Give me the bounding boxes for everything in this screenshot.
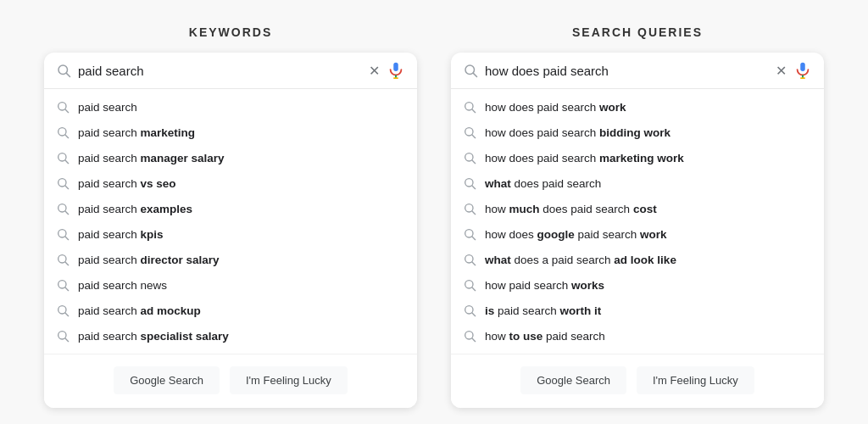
right-suggestion-0[interactable]: how does paid search work	[451, 94, 824, 120]
left-mic-icon[interactable]	[387, 61, 405, 80]
r-suggestion-search-icon-7	[463, 278, 476, 292]
r-suggestion-search-icon-2	[463, 151, 476, 165]
svg-line-20	[65, 287, 69, 291]
svg-line-33	[472, 135, 476, 138]
right-feeling-lucky-button[interactable]: I'm Feeling Lucky	[637, 366, 754, 394]
left-suggestion-text-1: paid search marketing	[78, 126, 195, 139]
svg-line-6	[65, 109, 69, 113]
r-suggestion-search-icon-5	[463, 227, 476, 241]
suggestion-search-icon-7	[56, 278, 70, 292]
right-suggestion-text-2: how does paid search marketing work	[485, 152, 684, 165]
left-google-search-button[interactable]: Google Search	[114, 366, 220, 394]
r-suggestion-search-icon-4	[463, 202, 476, 215]
left-buttons-row: Google Search I'm Feeling Lucky	[44, 354, 417, 408]
left-suggestion-9[interactable]: paid search specialist salary	[44, 323, 417, 349]
right-suggestion-text-1: how does paid search bidding work	[485, 126, 670, 139]
svg-line-37	[472, 186, 476, 189]
svg-line-8	[65, 135, 69, 138]
left-suggestion-1[interactable]: paid search marketing	[44, 120, 417, 145]
left-suggestion-5[interactable]: paid search kpis	[44, 221, 417, 247]
svg-line-43	[472, 262, 476, 265]
right-search-box: how does paid search ✕ how does paid sea…	[451, 53, 824, 408]
left-panel: KEYWORDS paid search ✕ pai	[44, 25, 417, 408]
suggestion-search-icon-5	[56, 227, 70, 241]
svg-line-49	[472, 338, 476, 342]
right-suggestion-8[interactable]: is paid search worth it	[451, 298, 824, 323]
left-suggestion-2[interactable]: paid search manager salary	[44, 145, 417, 170]
r-suggestion-search-icon-6	[463, 253, 476, 266]
svg-line-41	[472, 237, 476, 240]
right-search-input-row: how does paid search ✕	[451, 53, 824, 89]
right-clear-icon[interactable]: ✕	[776, 63, 787, 79]
right-search-icon	[463, 63, 478, 78]
right-suggestion-text-4: how much does paid search cost	[485, 203, 657, 215]
right-suggestion-text-9: how to use paid search	[485, 330, 605, 343]
page-wrapper: KEYWORDS paid search ✕ pai	[34, 25, 834, 408]
suggestion-search-icon-0	[56, 100, 70, 114]
right-suggestion-text-6: what does a paid search ad look like	[485, 254, 676, 266]
svg-line-12	[65, 186, 69, 189]
left-suggestion-text-3: paid search vs seo	[78, 177, 176, 190]
right-suggestion-9[interactable]: how to use paid search	[451, 323, 824, 349]
svg-line-18	[65, 262, 69, 265]
left-suggestion-8[interactable]: paid search ad mockup	[44, 298, 417, 323]
left-suggestions-list: paid search paid search marketing paid s…	[44, 89, 417, 354]
suggestion-search-icon-9	[56, 329, 70, 343]
left-suggestion-0[interactable]: paid search	[44, 94, 417, 120]
left-search-value[interactable]: paid search	[78, 64, 362, 78]
svg-line-26	[473, 73, 476, 76]
left-suggestion-text-5: paid search kpis	[78, 228, 164, 241]
svg-rect-2	[393, 63, 398, 71]
left-search-input-row: paid search ✕	[44, 53, 417, 89]
left-suggestion-text-0: paid search	[78, 101, 137, 114]
right-search-value[interactable]: how does paid search	[485, 64, 769, 78]
right-buttons-row: Google Search I'm Feeling Lucky	[451, 354, 824, 408]
left-suggestion-7[interactable]: paid search news	[44, 272, 417, 298]
right-suggestion-text-3: what does paid search	[485, 177, 601, 190]
r-suggestion-search-icon-8	[463, 304, 476, 317]
left-feeling-lucky-button[interactable]: I'm Feeling Lucky	[230, 366, 348, 394]
right-suggestion-text-0: how does paid search work	[485, 101, 626, 114]
left-suggestion-3[interactable]: paid search vs seo	[44, 170, 417, 196]
left-suggestion-4[interactable]: paid search examples	[44, 196, 417, 221]
left-suggestion-6[interactable]: paid search director salary	[44, 247, 417, 272]
left-suggestion-text-8: paid search ad mockup	[78, 304, 201, 317]
right-suggestion-2[interactable]: how does paid search marketing work	[451, 145, 824, 170]
svg-line-10	[65, 160, 69, 164]
right-suggestion-5[interactable]: how does google paid search work	[451, 221, 824, 247]
suggestion-search-icon-1	[56, 126, 70, 139]
right-suggestion-text-8: is paid search worth it	[485, 304, 601, 317]
svg-line-45	[472, 287, 476, 291]
svg-rect-27	[800, 63, 805, 71]
svg-line-47	[472, 313, 476, 316]
right-suggestion-text-7: how paid search works	[485, 279, 604, 292]
right-suggestion-6[interactable]: what does a paid search ad look like	[451, 247, 824, 272]
right-mic-icon[interactable]	[793, 61, 812, 80]
right-suggestion-text-5: how does google paid search work	[485, 228, 667, 241]
right-panel: SEARCH QUERIES how does paid search ✕	[451, 25, 824, 408]
left-suggestion-text-9: paid search specialist salary	[78, 330, 229, 343]
right-google-search-button[interactable]: Google Search	[520, 366, 626, 394]
svg-line-35	[472, 160, 476, 164]
left-panel-title: KEYWORDS	[189, 25, 272, 39]
left-suggestion-text-6: paid search director salary	[78, 254, 220, 266]
right-suggestions-list: how does paid search work how does paid …	[451, 89, 824, 354]
r-suggestion-search-icon-1	[463, 126, 476, 139]
right-suggestion-7[interactable]: how paid search works	[451, 272, 824, 298]
suggestion-search-icon-3	[56, 176, 70, 190]
right-suggestion-3[interactable]: what does paid search	[451, 170, 824, 196]
left-suggestion-text-4: paid search examples	[78, 203, 192, 215]
suggestion-search-icon-4	[56, 202, 70, 215]
suggestion-search-icon-8	[56, 304, 70, 317]
svg-line-16	[65, 237, 69, 240]
suggestion-search-icon-6	[56, 253, 70, 266]
svg-line-31	[472, 109, 476, 113]
right-suggestion-4[interactable]: how much does paid search cost	[451, 196, 824, 221]
left-suggestion-text-7: paid search news	[78, 279, 167, 292]
right-suggestion-1[interactable]: how does paid search bidding work	[451, 120, 824, 145]
svg-line-22	[65, 313, 69, 316]
svg-line-14	[65, 211, 69, 215]
left-search-icon	[56, 63, 71, 78]
left-clear-icon[interactable]: ✕	[369, 63, 380, 79]
svg-line-1	[66, 73, 70, 76]
